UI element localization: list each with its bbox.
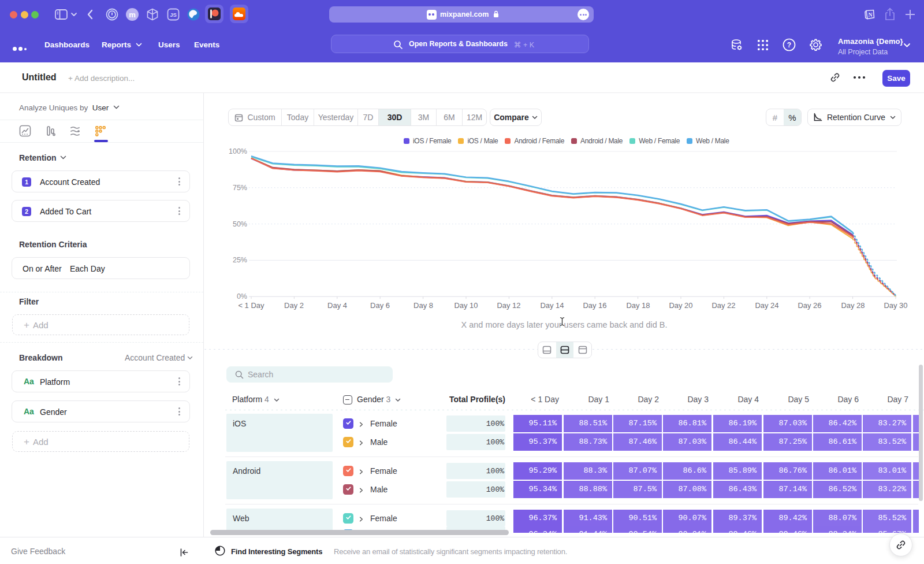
svg-text:?: ?	[787, 41, 791, 49]
svg-text:N: N	[868, 12, 873, 18]
svg-text:JS: JS	[170, 12, 177, 18]
svg-text:m: m	[129, 10, 136, 19]
